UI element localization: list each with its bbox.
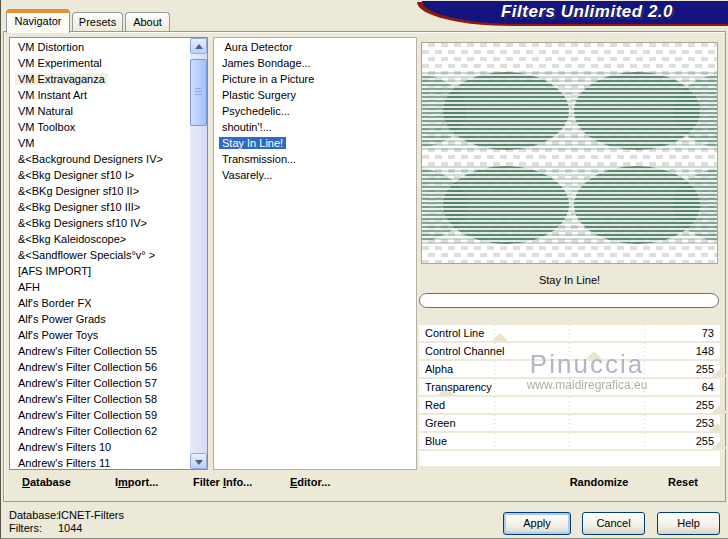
list-item[interactable]: Alf's Power Toys <box>10 327 190 343</box>
list-item[interactable]: Alf's Power Grads <box>10 311 190 327</box>
list-item-label: Transmission... <box>219 153 299 165</box>
list-item[interactable]: VM Natural <box>10 103 190 119</box>
list-item-label: Andrew's Filters 11 <box>15 457 113 469</box>
list-item-label: VM Toolbox <box>15 121 78 133</box>
scrollbar-thumb[interactable] <box>190 59 207 126</box>
parameter-slider[interactable]: Red 255 <box>419 397 720 413</box>
list-item-label: Andrew's Filter Collection 57 <box>15 377 160 389</box>
tab-presets[interactable]: Presets <box>72 12 123 32</box>
parameter-slider[interactable]: Control Line 73 <box>419 325 720 341</box>
help-button[interactable]: Help <box>657 512 720 535</box>
import-button[interactable]: Import... <box>115 476 158 488</box>
list-item[interactable]: &<Bkg Kaleidoscope> <box>10 231 190 247</box>
list-item[interactable]: James Bondage... <box>214 55 416 71</box>
list-item-label: &<Bkg Designer sf10 III> <box>15 201 143 213</box>
list-item[interactable]: Andrew's Filter Collection 58 <box>10 391 190 407</box>
parameter-table: Control Line 73 Control Channel 148 Alph… <box>419 325 720 466</box>
filter-list[interactable]: Aura DetectorJames Bondage...Picture in … <box>213 37 417 470</box>
left-list-scrollbar[interactable] <box>190 38 207 469</box>
status-filters-value: 1044 <box>58 522 82 535</box>
slider-thumb[interactable] <box>712 405 728 413</box>
list-item-label: Picture in a Picture <box>219 73 317 85</box>
list-item-label: shoutin'!... <box>219 121 275 133</box>
list-item[interactable]: Psychedelic... <box>214 103 416 119</box>
list-item[interactable]: Transmission... <box>214 151 416 167</box>
list-item[interactable]: &<Bkg Designer sf10 I> <box>10 167 190 183</box>
list-item[interactable]: VM Distortion <box>10 39 190 55</box>
parameter-name: Alpha <box>425 361 453 377</box>
filter-info-button[interactable]: Filter Info... <box>193 476 252 488</box>
list-item[interactable]: Andrew's Filter Collection 57 <box>10 375 190 391</box>
list-item-label: VM Experimental <box>15 57 105 69</box>
editor-button[interactable]: Editor... <box>290 476 330 488</box>
list-item-label: Alf's Border FX <box>15 297 95 309</box>
apply-button[interactable]: Apply <box>503 512 571 535</box>
list-item-label: &<Bkg Designers sf10 IV> <box>15 217 150 229</box>
database-button[interactable]: Database <box>22 476 71 488</box>
list-item[interactable]: Andrew's Filters 10 <box>10 439 190 455</box>
parameter-slider[interactable]: Blue 255 <box>419 433 720 449</box>
list-item[interactable]: &<Sandflower Specials°v° > <box>10 247 190 263</box>
list-item[interactable]: &<Background Designers IV> <box>10 151 190 167</box>
parameter-value: 64 <box>702 379 714 395</box>
list-item[interactable]: Andrew's Filter Collection 62 <box>10 423 190 439</box>
list-item[interactable]: Alf's Border FX <box>10 295 190 311</box>
slider-thumb[interactable] <box>492 333 508 341</box>
list-item-label: Andrew's Filter Collection 55 <box>15 345 160 357</box>
list-item[interactable]: Andrew's Filter Collection 59 <box>10 407 190 423</box>
parameter-table-blank-row <box>419 451 720 466</box>
parameter-name: Blue <box>425 433 447 449</box>
list-item[interactable]: &<Bkg Designers sf10 IV> <box>10 215 190 231</box>
app-title-banner: Filters Unlimited 2.0 <box>422 1 728 24</box>
arrow-down-icon <box>195 460 203 465</box>
label-part: Filter <box>193 476 223 488</box>
list-item[interactable]: AFH <box>10 279 190 295</box>
list-item[interactable]: Aura Detector <box>214 39 416 55</box>
tab-about[interactable]: About <box>125 12 170 32</box>
label-accel: m <box>118 476 128 488</box>
list-item[interactable]: Andrew's Filter Collection 55 <box>10 343 190 359</box>
list-item[interactable]: shoutin'!... <box>214 119 416 135</box>
list-item[interactable]: VM Instant Art <box>10 87 190 103</box>
watermark-url: www.maidiregrafica.eu <box>482 378 692 392</box>
parameter-value: 73 <box>702 325 714 341</box>
randomize-button[interactable]: Randomize <box>544 476 654 488</box>
scrollbar-up-button[interactable] <box>190 38 207 54</box>
list-item[interactable]: VM Toolbox <box>10 119 190 135</box>
filters-unlimited-dialog: Filters Unlimited 2.0 Navigator Presets … <box>0 0 728 539</box>
list-item[interactable]: VM Experimental <box>10 55 190 71</box>
cancel-button[interactable]: Cancel <box>582 512 645 535</box>
slider-thumb[interactable] <box>712 369 728 377</box>
parameter-value: 255 <box>696 433 714 449</box>
selected-filter-title: Stay In Line! <box>419 274 720 286</box>
list-item[interactable]: Andrew's Filters 11 <box>10 455 190 470</box>
tab-navigator[interactable]: Navigator <box>6 9 70 33</box>
list-item[interactable]: Andrew's Filter Collection 56 <box>10 359 190 375</box>
list-item[interactable]: Picture in a Picture <box>214 71 416 87</box>
list-item[interactable]: Stay In Line! <box>214 135 416 151</box>
parameter-slider[interactable]: Green 253 <box>419 415 720 431</box>
list-item-label: Aura Detector <box>219 41 295 53</box>
label-accel: D <box>22 476 30 488</box>
list-item-label: James Bondage... <box>219 57 314 69</box>
scrollbar-down-button[interactable] <box>190 453 207 469</box>
list-item[interactable]: Vasarely... <box>214 167 416 183</box>
status-filters-label: Filters: <box>9 522 42 535</box>
navigator-tab-page: VM DistortionVM ExperimentalVM Extravaga… <box>3 31 726 502</box>
parameter-value: 255 <box>696 361 714 377</box>
reset-button[interactable]: Reset <box>657 476 709 488</box>
status-database-value: ICNET-Filters <box>58 509 124 522</box>
list-item-label: Plastic Surgery <box>219 89 299 101</box>
list-item[interactable]: [AFS IMPORT] <box>10 263 190 279</box>
list-item[interactable]: Plastic Surgery <box>214 87 416 103</box>
list-item-label: Alf's Power Grads <box>15 313 109 325</box>
list-item-label: VM Extravaganza <box>15 73 108 85</box>
list-item[interactable]: &<Bkg Designer sf10 III> <box>10 199 190 215</box>
list-item[interactable]: VM Extravaganza <box>10 71 190 87</box>
list-item-label: Stay In Line! <box>219 137 286 149</box>
list-item[interactable]: &<BKg Designer sf10 II> <box>10 183 190 199</box>
filter-category-list[interactable]: VM DistortionVM ExperimentalVM Extravaga… <box>9 37 208 470</box>
slider-thumb[interactable] <box>712 441 728 449</box>
parameter-name: Control Line <box>425 325 484 341</box>
list-item[interactable]: VM <box>10 135 190 151</box>
